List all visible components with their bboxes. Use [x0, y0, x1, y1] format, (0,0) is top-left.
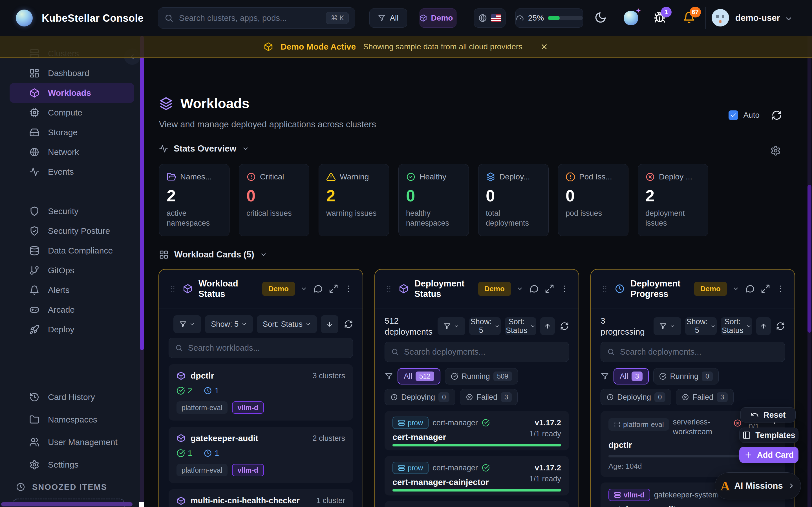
stats-overview-toggle[interactable]: Stats Overview: [159, 144, 249, 154]
filter-chip-deploying[interactable]: Deploying0: [385, 389, 455, 405]
workload-row-gatekeeper-audit[interactable]: gatekeeper-audit 2 clusters 1 1 platform…: [168, 427, 353, 483]
card-refresh-button[interactable]: [776, 322, 785, 331]
sort-direction-button[interactable]: [321, 315, 338, 333]
banner-close-button[interactable]: [540, 43, 548, 51]
show-dropdown[interactable]: Show: 5: [469, 317, 501, 335]
reset-button[interactable]: Reset: [741, 407, 796, 422]
sort-direction-button[interactable]: [540, 317, 555, 335]
deployment-row-partial[interactable]: prow cert-manager v1.17.2: [385, 501, 569, 507]
templates-button[interactable]: Templates: [739, 428, 799, 443]
expand-button[interactable]: [761, 284, 770, 293]
refresh-button[interactable]: [771, 110, 782, 121]
dark-mode-toggle[interactable]: [594, 11, 607, 24]
stat-card-deployment-issues[interactable]: Deploy ... 2 deployment issues: [638, 164, 708, 236]
stat-card-healthy[interactable]: Healthy 0 healthy namespaces: [398, 164, 469, 236]
stat-card-critical[interactable]: Critical 0 critical issues: [239, 164, 309, 236]
filter-chip-running[interactable]: Running0: [653, 368, 719, 385]
tag-chip[interactable]: platform-eval: [176, 401, 227, 414]
card-menu-button[interactable]: [344, 284, 353, 293]
comments-button[interactable]: [529, 284, 539, 294]
sidebar-scrollbar[interactable]: [140, 36, 144, 507]
sidebar-hscrollbar[interactable]: [1, 502, 133, 506]
filter-chip-failed[interactable]: Failed3: [676, 389, 733, 405]
sidebar-item-storage[interactable]: Storage: [10, 122, 134, 142]
show-dropdown[interactable]: Show: 5: [205, 315, 253, 333]
show-dropdown[interactable]: Show: 5: [685, 317, 717, 335]
global-search-input[interactable]: Search clusters, apps, pods... ⌘ K: [158, 7, 355, 29]
tag-chip[interactable]: vllm-d: [232, 464, 264, 476]
card-refresh-button[interactable]: [344, 320, 353, 329]
card-demo-badge[interactable]: Demo: [262, 282, 295, 296]
tag-chip[interactable]: vllm-d: [232, 401, 264, 414]
filter-chip-all[interactable]: All3: [613, 368, 649, 385]
ui-zoom-control[interactable]: 25%: [515, 8, 583, 27]
chevron-down-icon[interactable]: [732, 285, 739, 292]
deployment-row-cert-manager[interactable]: prow cert-manager v1.17.2 cert-manager 1…: [385, 411, 569, 450]
card-demo-badge[interactable]: Demo: [694, 282, 727, 296]
sidebar-item-workloads[interactable]: Workloads: [10, 83, 134, 103]
filter-chip-running[interactable]: Running509: [445, 368, 518, 385]
sort-dropdown[interactable]: Sort: Status: [721, 317, 752, 335]
demo-mode-button[interactable]: Demo: [419, 8, 456, 27]
chevron-down-icon[interactable]: [301, 285, 307, 292]
sidebar-item-namespaces[interactable]: Namespaces: [10, 408, 134, 431]
stat-card-warning[interactable]: Warning 2 warning issues: [319, 164, 389, 236]
assistant-orb-button[interactable]: [624, 11, 638, 25]
page-scrollbar[interactable]: [808, 36, 811, 507]
filter-chip-deploying[interactable]: Deploying0: [601, 389, 671, 405]
ai-missions-button[interactable]: A AI Missions: [715, 472, 801, 499]
chevron-down-icon[interactable]: [516, 285, 523, 292]
user-avatar[interactable]: [712, 9, 729, 26]
sort-dropdown[interactable]: Sort: Status: [505, 317, 536, 335]
stat-card-pod-issues[interactable]: Pod Iss... 0 pod issues: [558, 164, 628, 236]
deployment-row-cainjector[interactable]: prow cert-manager v1.17.2 cert-manager-c…: [385, 456, 569, 496]
card-demo-badge[interactable]: Demo: [478, 282, 511, 296]
expand-button[interactable]: [329, 284, 338, 293]
notifications-button[interactable]: 67: [683, 11, 695, 24]
add-card-button[interactable]: Add Card: [739, 447, 799, 463]
zoom-slider[interactable]: [548, 16, 583, 20]
sidebar-item-user-management[interactable]: User Management: [10, 431, 134, 453]
filter-chip-all[interactable]: All512: [398, 368, 441, 385]
sidebar-item-card-history[interactable]: Card History: [10, 386, 134, 408]
deployment-search-input[interactable]: Search deployments...: [601, 342, 785, 362]
sidebar-item-data-compliance[interactable]: Data Compliance: [10, 241, 134, 261]
filter-dropdown[interactable]: [438, 317, 465, 335]
comments-button[interactable]: [745, 284, 755, 294]
stat-card-deployments[interactable]: Deploy... 0 total deployments: [478, 164, 549, 236]
drag-handle-icon[interactable]: [385, 284, 393, 293]
filter-all-button[interactable]: All: [369, 8, 407, 27]
card-menu-button[interactable]: [560, 284, 569, 293]
auto-refresh-checkbox[interactable]: [728, 110, 738, 120]
sidebar-item-deploy[interactable]: Deploy: [10, 320, 134, 339]
debug-button[interactable]: 1: [654, 11, 666, 24]
sort-dropdown[interactable]: Sort: Status: [257, 315, 317, 333]
sidebar-item-arcade[interactable]: Arcade: [10, 300, 134, 320]
workload-row-multi-nic[interactable]: multi-nic-cni-health-checker 1 cluster: [168, 489, 353, 507]
comments-button[interactable]: [313, 284, 323, 294]
sidebar-item-alerts[interactable]: Alerts: [10, 280, 134, 300]
drag-handle-icon[interactable]: [168, 284, 177, 293]
sidebar-item-security[interactable]: Security: [10, 202, 134, 221]
language-button[interactable]: [474, 8, 506, 27]
card-menu-button[interactable]: [776, 284, 785, 293]
sidebar-item-security-posture[interactable]: Security Posture: [10, 221, 134, 241]
tag-chip[interactable]: platform-eval: [176, 464, 227, 476]
card-refresh-button[interactable]: [560, 322, 569, 331]
sidebar-item-compute[interactable]: Compute: [10, 103, 134, 122]
stats-settings-button[interactable]: [770, 145, 781, 156]
workload-search-input[interactable]: Search workloads...: [168, 338, 353, 358]
user-menu-chevron-icon[interactable]: [784, 15, 793, 23]
stat-card-namespaces[interactable]: Names... 2 active namespaces: [159, 164, 230, 236]
drag-handle-icon[interactable]: [601, 284, 609, 293]
sidebar-item-events[interactable]: Events: [10, 162, 134, 182]
workload-row-dpctlr[interactable]: dpctlr 3 clusters 2 1 platform-eval vllm…: [168, 364, 353, 420]
sidebar-item-settings[interactable]: Settings: [10, 453, 134, 476]
snoozed-items-header[interactable]: SNOOZED ITEMS: [16, 482, 107, 492]
filter-dropdown[interactable]: [173, 315, 201, 333]
expand-button[interactable]: [545, 284, 554, 293]
workload-cards-toggle[interactable]: Workload Cards (5): [159, 249, 267, 260]
sort-direction-button[interactable]: [756, 317, 771, 335]
filter-dropdown[interactable]: [654, 317, 681, 335]
sidebar-item-network[interactable]: Network: [10, 142, 134, 162]
